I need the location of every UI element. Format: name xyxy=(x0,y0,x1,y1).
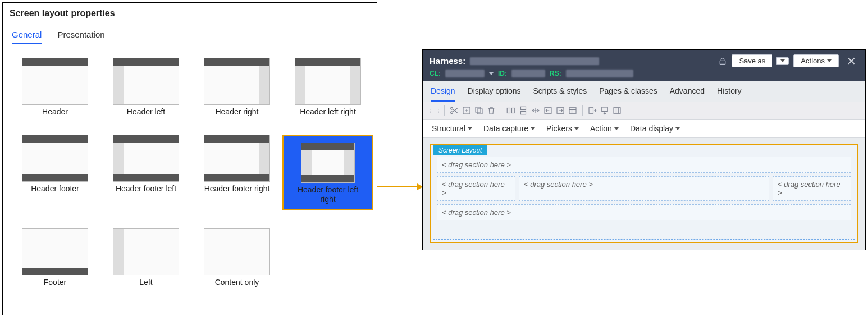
panel-title: Screen layout properties xyxy=(10,8,370,19)
export-right-icon[interactable] xyxy=(587,105,597,116)
dropzone-center[interactable]: < drag section here > xyxy=(519,176,769,201)
layout-option-header_left[interactable]: Header left xyxy=(113,58,179,117)
svg-rect-16 xyxy=(614,108,620,114)
editor-tab-scripts[interactable]: Scripts & styles xyxy=(533,81,587,102)
editor-tabs: Design Display options Scripts & styles … xyxy=(423,81,865,102)
svg-rect-5 xyxy=(476,107,481,112)
col-right-icon[interactable] xyxy=(555,105,565,116)
layout-option-label: Header xyxy=(42,107,68,117)
screen-layout-badge: Screen Layout xyxy=(433,145,487,155)
close-icon[interactable]: ✕ xyxy=(843,56,860,67)
save-as-caret[interactable] xyxy=(776,57,789,65)
screen-layout-properties-panel: Screen layout properties General Present… xyxy=(2,2,377,315)
layout-option-header_left_right[interactable]: Header left right xyxy=(295,58,361,117)
layout-thumb-content xyxy=(204,228,270,275)
svg-rect-9 xyxy=(521,107,526,109)
id-value-blurred xyxy=(511,70,545,77)
dropzone-header[interactable]: < drag section here > xyxy=(437,157,851,173)
layout-option-label: Header right xyxy=(215,107,258,117)
props-tabs: General Presentation xyxy=(12,29,370,44)
category-structural[interactable]: Structural xyxy=(432,124,472,133)
delete-icon[interactable] xyxy=(486,105,496,116)
editor-tab-display-options[interactable]: Display options xyxy=(468,81,521,102)
lock-icon[interactable] xyxy=(718,57,727,66)
editor-tab-advanced[interactable]: Advanced xyxy=(670,81,705,102)
dropzone-right[interactable]: < drag section here > xyxy=(773,176,851,201)
layout-option-footer[interactable]: Footer xyxy=(22,228,88,287)
category-action[interactable]: Action xyxy=(590,124,619,133)
layout-thumb-header_footer_right xyxy=(204,135,270,182)
layout-option-selected-wrap: Header footer left right xyxy=(282,135,373,211)
layout-option-header_footer[interactable]: Header footer xyxy=(22,135,88,211)
svg-rect-6 xyxy=(477,109,482,114)
layout-option-label: Left xyxy=(139,278,152,287)
select-icon[interactable] xyxy=(430,105,440,116)
split-icon[interactable] xyxy=(531,105,541,116)
rs-value-blurred xyxy=(566,70,633,77)
svg-rect-10 xyxy=(521,112,526,114)
layout-option-content[interactable]: Content only xyxy=(204,228,270,287)
dropzone-footer[interactable]: < drag section here > xyxy=(437,204,851,220)
tab-general[interactable]: General xyxy=(12,29,42,44)
layout-option-label: Header footer left xyxy=(116,184,176,194)
editor-tab-pages[interactable]: Pages & classes xyxy=(599,81,657,102)
dropzone-left[interactable]: < drag section here > xyxy=(437,176,515,201)
category-data-capture[interactable]: Data capture xyxy=(483,124,535,133)
cl-value-blurred xyxy=(445,70,485,77)
toolbar-separator xyxy=(501,105,501,116)
col-left-icon[interactable] xyxy=(543,105,553,116)
layout-option-header[interactable]: Header xyxy=(22,58,88,117)
actions-button[interactable]: Actions xyxy=(793,54,839,67)
component-categories: Structural Data capture Pickers Action D… xyxy=(423,120,865,138)
id-label: ID: xyxy=(498,70,507,77)
layout-option-label: Header left right xyxy=(300,107,356,117)
svg-rect-0 xyxy=(720,61,725,64)
layout-thumb-header xyxy=(22,58,88,105)
editor-tab-history[interactable]: History xyxy=(717,81,742,102)
svg-rect-7 xyxy=(507,108,510,113)
layout-thumb-header_footer_lr xyxy=(301,143,355,183)
svg-rect-15 xyxy=(602,107,608,112)
editor-header: Harness: Save as Actions ✕ CL: ID: RS: xyxy=(423,50,865,81)
category-pickers[interactable]: Pickers xyxy=(546,124,579,133)
connector-arrow xyxy=(377,186,422,187)
layout-option-header_footer_lr[interactable]: Header footer left right xyxy=(282,135,373,211)
svg-rect-8 xyxy=(512,108,515,113)
copy-icon[interactable] xyxy=(474,105,484,116)
layout-option-label: Header footer right xyxy=(204,184,270,194)
svg-rect-14 xyxy=(589,108,593,114)
merge-right-icon[interactable] xyxy=(506,105,516,116)
columns-icon[interactable] xyxy=(612,105,622,116)
layout-thumb-header_left xyxy=(113,58,179,105)
layout-thumb-left xyxy=(113,228,179,275)
save-as-button[interactable]: Save as xyxy=(732,54,772,67)
layout-thumb-header_footer_left xyxy=(113,135,179,182)
editor-tab-design[interactable]: Design xyxy=(431,81,455,102)
export-down-icon[interactable] xyxy=(600,105,610,116)
layout-thumb-header_left_right xyxy=(295,58,361,105)
layout-option-label: Header footer xyxy=(31,184,79,194)
cut-icon[interactable] xyxy=(449,105,459,116)
harness-name-blurred xyxy=(470,57,599,65)
layout-thumb-header_footer xyxy=(22,135,88,182)
harness-editor: Harness: Save as Actions ✕ CL: ID: RS: D… xyxy=(422,49,866,250)
layout-options-grid: HeaderHeader leftHeader rightHeader left… xyxy=(10,58,370,287)
screen-layout-region[interactable]: Screen Layout < drag section here > < dr… xyxy=(433,153,855,240)
layout-option-header_right[interactable]: Header right xyxy=(204,58,270,117)
layout-option-label: Content only xyxy=(215,278,259,287)
layout-option-label: Header footer left right xyxy=(294,185,362,204)
category-data-display[interactable]: Data display xyxy=(630,124,680,133)
merge-down-icon[interactable] xyxy=(518,105,528,116)
add-icon[interactable] xyxy=(462,105,472,116)
tab-presentation[interactable]: Presentation xyxy=(57,29,104,44)
layout-option-left[interactable]: Left xyxy=(113,228,179,287)
cl-caret-icon[interactable] xyxy=(489,72,494,75)
rs-label: RS: xyxy=(550,70,561,77)
layout-option-header_footer_left[interactable]: Header footer left xyxy=(113,135,179,211)
harness-label: Harness: xyxy=(430,56,465,66)
design-canvas-outer: Screen Layout < drag section here > < dr… xyxy=(423,138,865,250)
svg-rect-1 xyxy=(431,108,438,113)
layout-option-header_footer_right[interactable]: Header footer right xyxy=(204,135,270,211)
cl-label: CL: xyxy=(430,70,441,77)
layout-icon[interactable] xyxy=(568,105,578,116)
